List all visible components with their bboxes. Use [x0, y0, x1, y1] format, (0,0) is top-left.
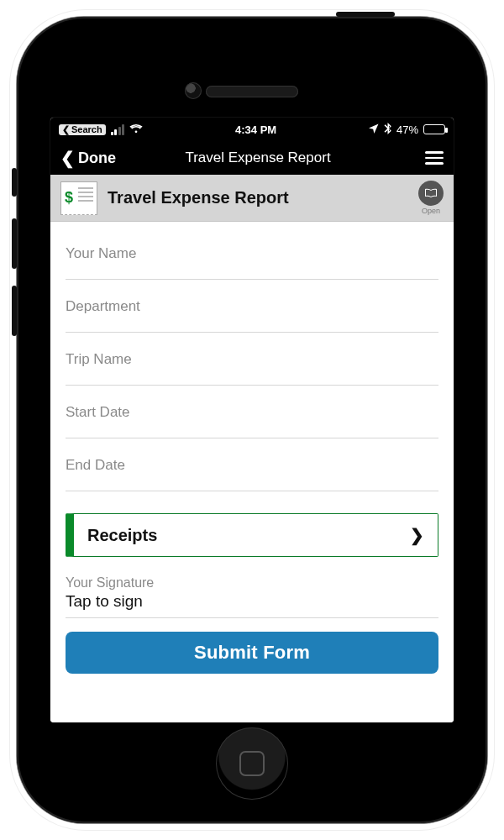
status-bar: ❮ Search 4:34 PM 47% [50, 118, 454, 141]
status-time: 4:34 PM [143, 123, 369, 136]
wifi-icon [129, 123, 143, 136]
screen: ❮ Search 4:34 PM 47% [50, 118, 454, 722]
signature-label: Your Signature [66, 575, 438, 591]
home-button[interactable] [216, 727, 288, 800]
hamburger-icon [425, 151, 444, 154]
open-label: Open [422, 207, 440, 215]
receipts-label: Receipts [87, 526, 157, 545]
volume-up [12, 218, 17, 269]
mute-switch [12, 168, 17, 197]
back-to-app[interactable]: ❮ Search [59, 124, 106, 135]
cellular-signal-icon [111, 124, 125, 135]
start-date-field[interactable]: Start Date [66, 386, 438, 438]
book-open-icon [418, 181, 444, 206]
trip-name-field[interactable]: Trip Name [66, 333, 438, 386]
document-header: $ Travel Expense Report Open [50, 175, 454, 222]
department-placeholder: Department [66, 298, 438, 315]
menu-button[interactable] [425, 151, 444, 165]
start-date-placeholder: Start Date [66, 404, 438, 421]
home-square-icon [239, 751, 265, 776]
trip-name-placeholder: Trip Name [66, 351, 438, 368]
department-field[interactable]: Department [66, 280, 438, 333]
volume-down [12, 286, 17, 336]
battery-percent: 47% [396, 123, 418, 136]
chevron-right-icon: ❯ [410, 525, 424, 545]
battery-icon [423, 124, 445, 134]
nav-bar: ❮ Done Travel Expense Report [50, 141, 454, 175]
bluetooth-icon [384, 123, 391, 137]
chevron-left-icon: ❮ [62, 124, 70, 135]
open-button[interactable]: Open [418, 181, 444, 215]
your-name-placeholder: Your Name [66, 245, 438, 262]
device-frame: ❮ Search 4:34 PM 47% [17, 17, 487, 823]
location-arrow-icon [369, 123, 379, 136]
your-name-field[interactable]: Your Name [66, 227, 438, 280]
end-date-field[interactable]: End Date [66, 438, 438, 491]
receipts-row[interactable]: Receipts ❯ [66, 513, 438, 557]
page-title: Travel Expense Report [99, 150, 417, 166]
form-body: Your Name Department Trip Name Start Dat… [50, 222, 454, 722]
receipt-dollar-icon: $ [60, 181, 97, 215]
back-to-app-label: Search [71, 124, 102, 134]
earpiece [206, 86, 298, 97]
end-date-placeholder: End Date [66, 457, 438, 474]
chevron-left-icon: ❮ [60, 148, 75, 168]
submit-label: Submit Form [194, 642, 310, 663]
power-button [336, 12, 395, 17]
document-title: Travel Expense Report [108, 188, 289, 207]
front-camera [185, 82, 202, 99]
submit-button[interactable]: Submit Form [66, 632, 438, 674]
signature-field[interactable]: Tap to sign [66, 592, 438, 611]
